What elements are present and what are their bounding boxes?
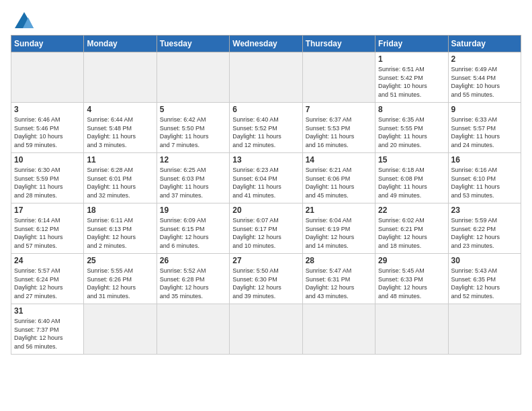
calendar-cell: 2Sunrise: 6:49 AM Sunset: 5:44 PM Daylig…: [448, 52, 521, 103]
day-info: Sunrise: 6:35 AM Sunset: 5:55 PM Dayligh…: [378, 116, 445, 149]
header: [11, 11, 521, 30]
day-number: 21: [306, 205, 372, 215]
calendar-cell: [448, 304, 521, 355]
day-info: Sunrise: 5:59 AM Sunset: 6:22 PM Dayligh…: [451, 216, 518, 250]
day-info: Sunrise: 5:57 AM Sunset: 6:24 PM Dayligh…: [14, 267, 81, 300]
day-number: 1: [378, 54, 445, 64]
weekday-header-wednesday: Wednesday: [230, 36, 302, 52]
day-info: Sunrise: 5:55 AM Sunset: 6:26 PM Dayligh…: [87, 267, 153, 300]
day-info: Sunrise: 6:30 AM Sunset: 5:59 PM Dayligh…: [14, 166, 81, 199]
day-info: Sunrise: 6:42 AM Sunset: 5:50 PM Dayligh…: [160, 116, 226, 149]
logo-icon: [13, 11, 35, 30]
weekday-header-sunday: Sunday: [11, 36, 84, 52]
calendar-cell: 25Sunrise: 5:55 AM Sunset: 6:26 PM Dayli…: [84, 254, 157, 304]
calendar-cell: 27Sunrise: 5:50 AM Sunset: 6:30 PM Dayli…: [230, 254, 302, 304]
day-number: 20: [232, 205, 299, 215]
weekday-header-friday: Friday: [375, 36, 448, 52]
calendar-cell: 21Sunrise: 6:04 AM Sunset: 6:19 PM Dayli…: [302, 203, 375, 254]
calendar-table: SundayMondayTuesdayWednesdayThursdayFrid…: [11, 35, 521, 355]
day-info: Sunrise: 6:23 AM Sunset: 6:04 PM Dayligh…: [232, 166, 299, 199]
calendar-cell: 13Sunrise: 6:23 AM Sunset: 6:04 PM Dayli…: [230, 153, 302, 203]
day-info: Sunrise: 6:40 AM Sunset: 7:37 PM Dayligh…: [14, 317, 81, 351]
day-number: 18: [87, 205, 153, 215]
weekday-header-tuesday: Tuesday: [157, 36, 229, 52]
calendar-cell: [230, 304, 302, 355]
day-number: 15: [378, 155, 445, 165]
calendar-cell: 29Sunrise: 5:45 AM Sunset: 6:33 PM Dayli…: [375, 254, 448, 304]
weekday-header-saturday: Saturday: [448, 36, 521, 52]
day-info: Sunrise: 6:44 AM Sunset: 5:48 PM Dayligh…: [87, 116, 153, 149]
calendar-cell: 23Sunrise: 5:59 AM Sunset: 6:22 PM Dayli…: [448, 203, 521, 254]
day-number: 13: [232, 155, 299, 165]
day-info: Sunrise: 6:33 AM Sunset: 5:57 PM Dayligh…: [451, 116, 518, 149]
calendar-cell: 15Sunrise: 6:18 AM Sunset: 6:08 PM Dayli…: [375, 153, 448, 203]
calendar-cell: 8Sunrise: 6:35 AM Sunset: 5:55 PM Daylig…: [375, 103, 448, 153]
day-number: 16: [451, 155, 518, 165]
weekday-header-monday: Monday: [84, 36, 157, 52]
calendar-cell: 10Sunrise: 6:30 AM Sunset: 5:59 PM Dayli…: [11, 153, 84, 203]
day-number: 3: [14, 105, 81, 114]
day-number: 29: [378, 256, 445, 265]
calendar-cell: 14Sunrise: 6:21 AM Sunset: 6:06 PM Dayli…: [302, 153, 375, 203]
calendar-cell: [157, 52, 229, 103]
day-number: 28: [306, 256, 372, 265]
day-info: Sunrise: 6:49 AM Sunset: 5:44 PM Dayligh…: [451, 65, 518, 99]
calendar-cell: [84, 52, 157, 103]
calendar-cell: 1Sunrise: 6:51 AM Sunset: 5:42 PM Daylig…: [375, 52, 448, 103]
day-info: Sunrise: 6:46 AM Sunset: 5:46 PM Dayligh…: [14, 116, 81, 149]
day-number: 6: [232, 105, 299, 114]
calendar-cell: [230, 52, 302, 103]
logo: [11, 11, 35, 30]
day-info: Sunrise: 6:28 AM Sunset: 6:01 PM Dayligh…: [87, 166, 153, 199]
day-info: Sunrise: 6:18 AM Sunset: 6:08 PM Dayligh…: [378, 166, 445, 199]
calendar-cell: 5Sunrise: 6:42 AM Sunset: 5:50 PM Daylig…: [157, 103, 229, 153]
day-number: 23: [451, 205, 518, 215]
weekday-header-thursday: Thursday: [302, 36, 375, 52]
calendar-cell: [84, 304, 157, 355]
day-number: 8: [378, 105, 445, 114]
day-info: Sunrise: 6:07 AM Sunset: 6:17 PM Dayligh…: [232, 216, 299, 250]
day-number: 10: [14, 155, 81, 165]
calendar-cell: 9Sunrise: 6:33 AM Sunset: 5:57 PM Daylig…: [448, 103, 521, 153]
day-info: Sunrise: 6:04 AM Sunset: 6:19 PM Dayligh…: [306, 216, 372, 250]
calendar-cell: 22Sunrise: 6:02 AM Sunset: 6:21 PM Dayli…: [375, 203, 448, 254]
day-number: 26: [160, 256, 226, 265]
day-number: 11: [87, 155, 153, 165]
calendar-cell: [302, 52, 375, 103]
day-info: Sunrise: 6:16 AM Sunset: 6:10 PM Dayligh…: [451, 166, 518, 199]
day-info: Sunrise: 5:47 AM Sunset: 6:31 PM Dayligh…: [306, 267, 372, 300]
day-number: 25: [87, 256, 153, 265]
day-number: 5: [160, 105, 226, 114]
day-info: Sunrise: 6:02 AM Sunset: 6:21 PM Dayligh…: [378, 216, 445, 250]
day-info: Sunrise: 6:09 AM Sunset: 6:15 PM Dayligh…: [160, 216, 226, 250]
calendar-cell: 26Sunrise: 5:52 AM Sunset: 6:28 PM Dayli…: [157, 254, 229, 304]
day-info: Sunrise: 6:11 AM Sunset: 6:13 PM Dayligh…: [87, 216, 153, 250]
day-number: 27: [232, 256, 299, 265]
calendar-cell: 12Sunrise: 6:25 AM Sunset: 6:03 PM Dayli…: [157, 153, 229, 203]
day-number: 9: [451, 105, 518, 114]
day-number: 19: [160, 205, 226, 215]
day-number: 7: [306, 105, 372, 114]
day-info: Sunrise: 6:21 AM Sunset: 6:06 PM Dayligh…: [306, 166, 372, 199]
calendar-cell: 4Sunrise: 6:44 AM Sunset: 5:48 PM Daylig…: [84, 103, 157, 153]
calendar-cell: [157, 304, 229, 355]
calendar-cell: [11, 52, 84, 103]
calendar-cell: 7Sunrise: 6:37 AM Sunset: 5:53 PM Daylig…: [302, 103, 375, 153]
day-number: 14: [306, 155, 372, 165]
calendar-cell: [375, 304, 448, 355]
day-info: Sunrise: 5:52 AM Sunset: 6:28 PM Dayligh…: [160, 267, 226, 300]
day-info: Sunrise: 5:50 AM Sunset: 6:30 PM Dayligh…: [232, 267, 299, 300]
calendar-cell: 31Sunrise: 6:40 AM Sunset: 7:37 PM Dayli…: [11, 304, 84, 355]
calendar-cell: 16Sunrise: 6:16 AM Sunset: 6:10 PM Dayli…: [448, 153, 521, 203]
day-info: Sunrise: 6:51 AM Sunset: 5:42 PM Dayligh…: [378, 65, 445, 99]
calendar-cell: 17Sunrise: 6:14 AM Sunset: 6:12 PM Dayli…: [11, 203, 84, 254]
day-info: Sunrise: 6:37 AM Sunset: 5:53 PM Dayligh…: [306, 116, 372, 149]
calendar-cell: 24Sunrise: 5:57 AM Sunset: 6:24 PM Dayli…: [11, 254, 84, 304]
calendar-cell: 28Sunrise: 5:47 AM Sunset: 6:31 PM Dayli…: [302, 254, 375, 304]
day-info: Sunrise: 6:40 AM Sunset: 5:52 PM Dayligh…: [232, 116, 299, 149]
day-number: 12: [160, 155, 226, 165]
calendar-cell: 20Sunrise: 6:07 AM Sunset: 6:17 PM Dayli…: [230, 203, 302, 254]
day-number: 17: [14, 205, 81, 215]
calendar-cell: 19Sunrise: 6:09 AM Sunset: 6:15 PM Dayli…: [157, 203, 229, 254]
day-number: 31: [14, 306, 81, 316]
